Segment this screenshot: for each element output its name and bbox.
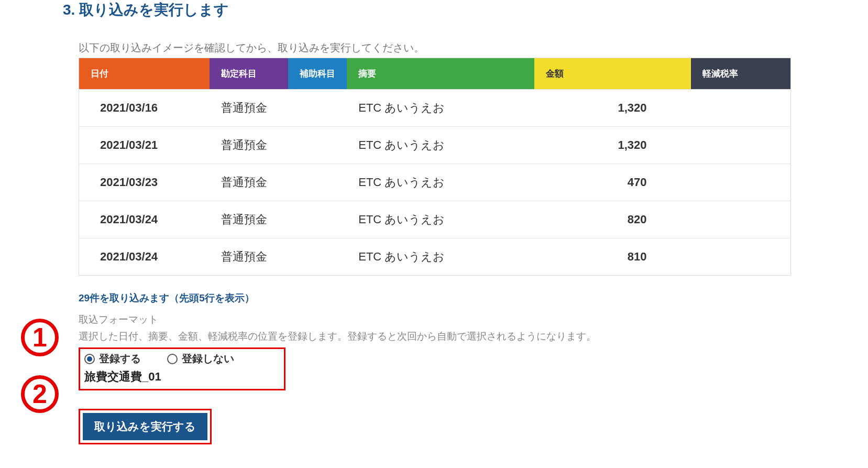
cell-subaccount <box>288 127 347 164</box>
col-header-subaccount: 補助科目 <box>288 58 347 90</box>
register-format-box: 登録する 登録しない <box>79 347 285 390</box>
cell-summary: ETC あいうえお <box>347 164 534 201</box>
cell-subaccount <box>288 90 347 127</box>
import-preview-table: 日付 勘定科目 補助科目 摘要 金額 軽減税率 2021/03/16普通預金ET… <box>79 58 791 276</box>
radio-no-register[interactable]: 登録しない <box>167 352 234 366</box>
format-name-input[interactable] <box>84 369 280 385</box>
radio-register[interactable]: 登録する <box>84 352 141 366</box>
table-row: 2021/03/16普通預金ETC あいうえお1,320 <box>79 90 790 127</box>
cell-summary: ETC あいうえお <box>347 90 534 127</box>
cell-date: 2021/03/24 <box>79 238 210 276</box>
col-header-summary: 摘要 <box>347 58 534 90</box>
cell-account: 普通預金 <box>210 164 288 201</box>
cell-date: 2021/03/21 <box>79 127 210 164</box>
execute-import-button[interactable]: 取り込みを実行する <box>83 413 207 440</box>
cell-account: 普通預金 <box>210 127 288 164</box>
radio-no-register-label: 登録しない <box>182 352 234 366</box>
table-row: 2021/03/23普通預金ETC あいうえお470 <box>79 164 790 201</box>
annotation-circle-2: 2 <box>21 375 59 413</box>
cell-taxrate <box>691 90 790 127</box>
table-row: 2021/03/24普通預金ETC あいうえお820 <box>79 201 790 238</box>
format-label: 取込フォーマット <box>79 313 868 326</box>
cell-date: 2021/03/23 <box>79 164 210 201</box>
cell-subaccount <box>288 164 347 201</box>
col-header-taxrate: 軽減税率 <box>691 58 790 90</box>
import-count-text: 29件を取り込みます（先頭5行を表示） <box>79 291 868 305</box>
instruction-text: 以下の取り込みイメージを確認してから、取り込みを実行してください。 <box>79 41 868 55</box>
radio-icon-selected <box>84 354 95 364</box>
execute-button-highlight: 取り込みを実行する <box>79 409 212 444</box>
cell-date: 2021/03/16 <box>79 90 210 127</box>
table-row: 2021/03/24普通預金ETC あいうえお810 <box>79 238 790 276</box>
cell-taxrate <box>691 164 790 201</box>
format-description: 選択した日付、摘要、金額、軽減税率の位置を登録します。登録すると次回から自動で選… <box>79 330 868 343</box>
cell-amount: 820 <box>534 201 691 238</box>
cell-taxrate <box>691 238 790 276</box>
cell-amount: 1,320 <box>534 127 691 164</box>
radio-register-label: 登録する <box>99 352 141 366</box>
cell-account: 普通預金 <box>210 90 288 127</box>
cell-summary: ETC あいうえお <box>347 201 534 238</box>
cell-summary: ETC あいうえお <box>347 238 534 276</box>
cell-amount: 470 <box>534 164 691 201</box>
cell-summary: ETC あいうえお <box>347 127 534 164</box>
cell-subaccount <box>288 201 347 238</box>
cell-taxrate <box>691 127 790 164</box>
cell-amount: 810 <box>534 238 691 276</box>
cell-taxrate <box>691 201 790 238</box>
cell-subaccount <box>288 238 347 276</box>
col-header-amount: 金額 <box>534 58 691 90</box>
cell-date: 2021/03/24 <box>79 201 210 238</box>
col-header-date: 日付 <box>79 58 210 90</box>
table-row: 2021/03/21普通預金ETC あいうえお1,320 <box>79 127 790 164</box>
cell-account: 普通預金 <box>210 201 288 238</box>
col-header-account: 勘定科目 <box>210 58 288 90</box>
section-title: 3. 取り込みを実行します <box>63 0 868 20</box>
annotation-circle-1: 1 <box>21 319 59 356</box>
radio-icon-unselected <box>167 354 178 364</box>
cell-amount: 1,320 <box>534 90 691 127</box>
cell-account: 普通預金 <box>210 238 288 276</box>
